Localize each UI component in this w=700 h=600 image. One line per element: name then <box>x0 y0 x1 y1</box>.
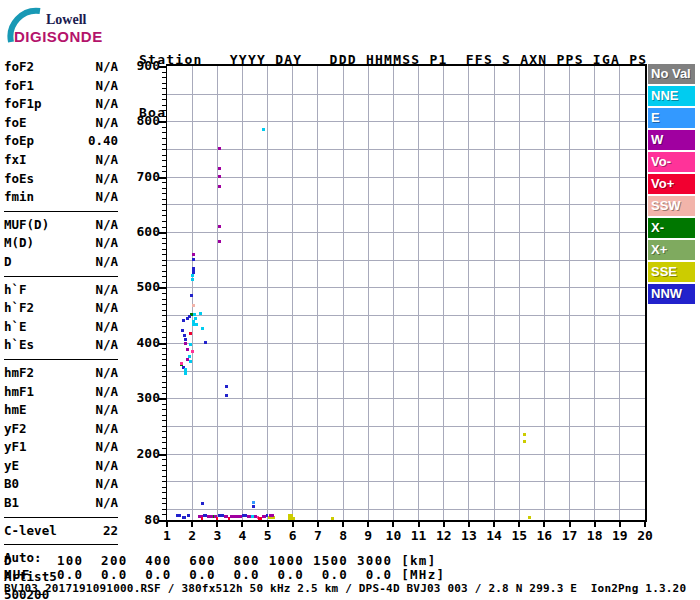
param-row: DN/A <box>4 253 118 272</box>
echo-trace-segment <box>187 514 191 517</box>
x-axis-label: 7 <box>307 528 329 543</box>
param-value: N/A <box>95 188 118 207</box>
echo-point <box>191 274 194 277</box>
y-axis-label: 500 <box>126 279 160 294</box>
param-value: N/A <box>95 151 118 170</box>
echo-point <box>252 505 255 508</box>
echo-point <box>225 385 228 388</box>
panel-divider <box>4 359 118 360</box>
param-label: foF2 <box>4 58 34 77</box>
x-axis-label: 20 <box>634 528 656 543</box>
param-row: foF2N/A <box>4 58 118 77</box>
y-axis-minor-tick <box>162 265 166 266</box>
y-axis-minor-tick <box>162 365 166 366</box>
param-value: N/A <box>95 438 118 457</box>
y-axis-label: 900 <box>126 58 160 73</box>
param-label: M(D) <box>4 234 34 253</box>
y-axis-minor-tick <box>162 448 166 449</box>
y-axis-minor-tick <box>162 492 166 493</box>
x-axis-tick <box>594 522 596 527</box>
logo-lowell-text: Lowell <box>46 12 86 28</box>
y-axis-minor-tick <box>162 332 166 333</box>
y-axis-minor-tick <box>162 404 166 405</box>
y-axis-minor-tick <box>162 420 166 421</box>
y-axis-minor-tick <box>162 249 166 250</box>
param-row: foEsN/A <box>4 170 118 189</box>
param-value: N/A <box>95 95 118 114</box>
grid-line-vertical <box>443 66 444 520</box>
x-axis-label: 19 <box>609 528 631 543</box>
x-axis-label: 8 <box>332 528 354 543</box>
y-axis-minor-tick <box>162 470 166 471</box>
y-axis-major-tick <box>159 121 166 123</box>
y-axis-minor-tick <box>162 315 166 316</box>
file-info-line: BVJ03_2017191091000.RSF / 380fx512h 50 k… <box>4 582 686 595</box>
param-row: C-level22 <box>4 522 118 541</box>
y-axis-minor-tick <box>162 282 166 283</box>
y-axis-minor-tick <box>162 260 166 261</box>
grid-line-vertical <box>594 66 595 520</box>
param-label: MUF(D) <box>4 216 49 235</box>
legend-item-e: E <box>648 108 695 128</box>
x-axis-tick <box>518 522 520 527</box>
y-axis-minor-tick <box>162 77 166 78</box>
legend-item-x-: X- <box>648 218 695 238</box>
y-axis-minor-tick <box>162 227 166 228</box>
x-axis-tick <box>543 522 545 527</box>
param-label: yE <box>4 457 19 476</box>
legend-item-nnw: NNW <box>648 284 695 304</box>
x-axis-label: 15 <box>508 528 530 543</box>
param-label: h`E <box>4 318 27 337</box>
echo-point <box>252 501 255 504</box>
x-axis-label: 3 <box>206 528 228 543</box>
y-axis-minor-tick <box>162 110 166 111</box>
grid-line-vertical <box>569 66 570 520</box>
param-label: hmE <box>4 401 27 420</box>
grid-line-vertical <box>217 66 218 520</box>
legend-item-ssw: SSW <box>648 196 695 216</box>
grid-line-horizontal <box>167 426 645 427</box>
param-label: h`F2 <box>4 299 34 318</box>
y-axis-minor-tick <box>162 431 166 432</box>
y-axis-minor-tick <box>162 204 166 205</box>
y-axis-minor-tick <box>162 437 166 438</box>
echo-point <box>193 313 196 316</box>
x-axis-tick <box>241 522 243 527</box>
param-value: N/A <box>95 364 118 383</box>
grid-line-vertical <box>343 66 344 520</box>
y-axis-minor-tick <box>162 299 166 300</box>
x-axis-tick <box>644 522 646 527</box>
y-axis-minor-tick <box>162 166 166 167</box>
param-value: N/A <box>95 383 118 402</box>
echo-point <box>218 225 221 228</box>
grid-line-horizontal <box>167 232 645 233</box>
echo-trace-segment <box>176 514 181 517</box>
param-value: N/A <box>95 475 118 494</box>
echo-point <box>191 278 194 281</box>
grid-line-horizontal <box>167 287 645 288</box>
param-row: h`FN/A <box>4 281 118 300</box>
param-value: N/A <box>95 420 118 439</box>
y-axis-minor-tick <box>162 127 166 128</box>
x-axis-label: 11 <box>408 528 430 543</box>
echo-point <box>528 516 531 519</box>
y-axis-major-tick <box>159 66 166 68</box>
param-label: foEs <box>4 170 34 189</box>
echo-point <box>189 360 192 363</box>
panel-divider <box>4 211 118 212</box>
param-row: MUF(D)N/A <box>4 216 118 235</box>
y-axis-minor-tick <box>162 310 166 311</box>
y-axis-major-tick <box>159 287 166 289</box>
panel-divider <box>4 517 118 518</box>
y-axis-minor-tick <box>162 72 166 73</box>
echo-point <box>192 267 195 274</box>
x-axis-tick <box>292 522 294 527</box>
param-label: hmF2 <box>4 364 34 383</box>
echo-point <box>184 342 187 345</box>
param-value: N/A <box>95 299 118 318</box>
param-value: N/A <box>95 336 118 355</box>
y-axis-label: 400 <box>126 335 160 350</box>
y-axis-minor-tick <box>162 193 166 194</box>
x-axis-tick <box>191 522 193 527</box>
echo-point <box>218 175 221 178</box>
